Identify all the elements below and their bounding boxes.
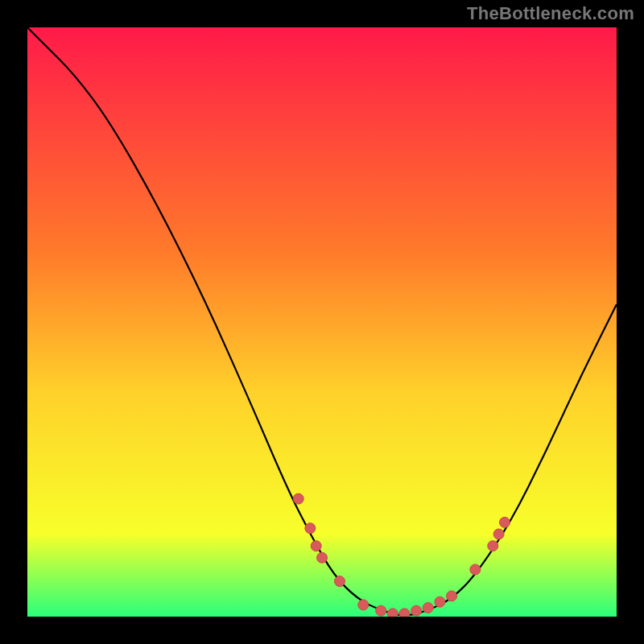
data-dot — [317, 552, 328, 563]
watermark-text: TheBottleneck.com — [467, 3, 634, 24]
data-dot — [358, 600, 369, 610]
data-dot — [470, 564, 481, 575]
data-dot — [399, 609, 410, 617]
data-dot — [447, 591, 457, 601]
data-dot — [493, 529, 504, 539]
data-dot — [387, 609, 398, 617]
data-dot — [488, 541, 498, 551]
data-dot — [305, 523, 316, 534]
data-dot — [334, 576, 345, 587]
data-dot — [499, 517, 510, 527]
gradient-background — [27, 27, 617, 617]
chart-svg — [27, 27, 617, 617]
data-dot — [311, 541, 321, 551]
data-dot — [435, 597, 445, 607]
data-dot — [293, 493, 303, 504]
chart-container: TheBottleneck.com — [0, 0, 644, 644]
data-dot — [376, 605, 386, 616]
data-dot — [423, 603, 433, 613]
plot-area — [27, 27, 617, 617]
data-dot — [411, 605, 422, 616]
